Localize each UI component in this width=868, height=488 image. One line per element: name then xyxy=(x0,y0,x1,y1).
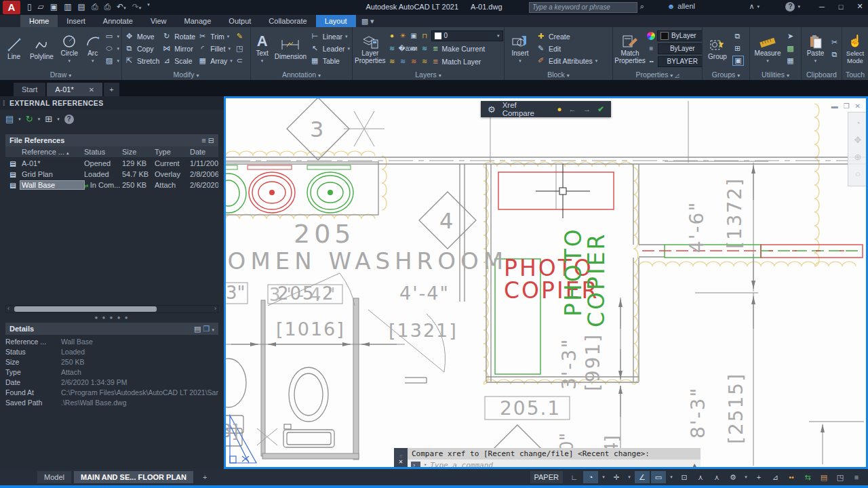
navigation-bar[interactable]: ◔ ✥ ⊕ ○ xyxy=(848,112,866,186)
copy-button[interactable]: ⧉Copy xyxy=(124,43,159,54)
mirror-button[interactable]: ⋈Mirror xyxy=(161,43,195,54)
xref-compare-next-icon[interactable]: → xyxy=(583,105,591,113)
layer-properties-button[interactable]: Layer Properties xyxy=(355,33,386,64)
layer-iso-icon[interactable]: ≋ xyxy=(410,45,418,53)
horizontal-scrollbar[interactable]: ‹ › xyxy=(5,305,218,313)
palette-grip-icon[interactable]: ⁞ xyxy=(3,96,5,110)
panel-label-modify[interactable]: Modify ▾ xyxy=(122,70,250,80)
trim-button[interactable]: ✂Trim▾ xyxy=(197,31,233,42)
path-dropdown-icon[interactable]: ▾ xyxy=(57,117,60,122)
layer-lock2-icon[interactable]: ≋ xyxy=(420,45,429,53)
panel-label-properties[interactable]: Properties ▾ ◿ xyxy=(613,70,702,80)
panel-label-block[interactable]: Block ▾ xyxy=(505,70,612,80)
group-button[interactable]: Group xyxy=(705,37,730,60)
command-customize-icon[interactable]: ›_ xyxy=(411,462,420,468)
pan-icon[interactable]: ✥ xyxy=(854,135,862,145)
layer-off-icon[interactable]: ≋ xyxy=(388,45,397,53)
layer-lock-icon[interactable]: ⊓ xyxy=(420,32,429,40)
table-header-row[interactable]: Reference ... ▴ Status Size Type Date xyxy=(5,146,218,158)
move-button[interactable]: ✥Move xyxy=(124,31,159,42)
steering-wheel-icon[interactable]: ◔ xyxy=(855,118,861,128)
rectangle-icon[interactable]: ▭ xyxy=(104,32,114,41)
palette-splitter[interactable]: ● ● ● ● ● xyxy=(0,314,224,321)
minimize-button[interactable]: ─ xyxy=(814,3,830,11)
linear-button[interactable]: ⊢Linear▾ xyxy=(310,31,350,42)
attach-dropdown-icon[interactable]: ▾ xyxy=(18,117,21,122)
circle-button[interactable]: Circle▾ xyxy=(58,33,81,64)
tab-home[interactable]: Home xyxy=(20,15,58,27)
attach-dwg-icon[interactable]: ▤ xyxy=(5,114,14,124)
edit-attributes-button[interactable]: ✐Edit Attributes▾ xyxy=(536,56,597,66)
array-button[interactable]: ▦Array▾ xyxy=(197,56,233,66)
make-current-button[interactable]: Make Current xyxy=(442,45,486,53)
table-row[interactable]: ▤ Grid Plan Loaded 54.7 KB Overlay 2/8/2… xyxy=(5,169,218,180)
ungroup-icon[interactable]: ⧉ xyxy=(732,32,743,41)
file-tab-a01[interactable]: A-01*✕ xyxy=(47,83,102,96)
table-button[interactable]: ▦Table xyxy=(310,56,350,66)
paper-space-toggle[interactable]: PAPER xyxy=(530,471,563,483)
grid-display-icon[interactable]: ∟ xyxy=(567,471,582,483)
layer-unlock-icon[interactable]: ≋ xyxy=(420,58,429,66)
customization-menu-icon[interactable]: ≡ xyxy=(849,471,864,483)
layer-walk-icon[interactable]: ≋ xyxy=(388,58,397,66)
command-expand-icon[interactable]: ▲ xyxy=(693,460,696,467)
autodesk-app-store-icon[interactable]: ∧ ▾ xyxy=(749,2,760,11)
layer-thaw-icon[interactable]: ☀ xyxy=(399,32,408,40)
tab-collaborate[interactable]: Collaborate xyxy=(260,15,315,27)
polar-tracking-icon[interactable]: ✛ xyxy=(609,471,624,483)
tab-view[interactable]: View xyxy=(142,15,176,27)
linetype-select[interactable]: BYLAYER▾ xyxy=(658,56,702,67)
panel-label-groups[interactable]: Groups ▾ xyxy=(703,70,749,80)
palette-header[interactable]: ⁞ EXTERNAL REFERENCES xyxy=(0,96,224,110)
xref-compare-highlight-icon[interactable]: ● xyxy=(557,105,561,113)
scroll-right-icon[interactable]: › xyxy=(214,305,216,312)
insert-button[interactable]: Insert▾ xyxy=(507,33,534,64)
annotation-visibility-icon[interactable]: ⋏ xyxy=(693,471,708,483)
refresh-icon[interactable]: ↻ xyxy=(26,114,33,124)
layer-isolate-icon[interactable]: ▣ xyxy=(410,32,418,40)
scroll-left-icon[interactable]: ‹ xyxy=(7,305,9,312)
tab-annotate[interactable]: Annotate xyxy=(94,15,142,27)
scale-button[interactable]: ⊿Scale xyxy=(161,56,195,66)
search-icon[interactable]: ⌕ xyxy=(640,2,644,11)
text-button[interactable]: A Text▾ xyxy=(253,33,271,64)
panel-label-touch[interactable]: Touch xyxy=(842,70,868,80)
preview-view-icon[interactable]: ❒ xyxy=(203,325,210,333)
layer-match-icon[interactable]: ≋ xyxy=(399,58,408,66)
xref-compare-settings-icon[interactable]: ⚙ xyxy=(488,104,496,115)
match-layer-button[interactable]: Match Layer xyxy=(442,58,481,66)
drawing-minimize-icon[interactable]: ▬ xyxy=(831,102,838,110)
command-close-tab[interactable]: ∷✕ xyxy=(394,448,408,467)
help-icon[interactable]: ?▾ xyxy=(785,2,800,12)
match-properties-button[interactable]: Match Properties xyxy=(615,33,645,64)
file-tab-start[interactable]: Start xyxy=(14,83,45,96)
command-input[interactable]: ›_ ▾ Type a command ▲ xyxy=(408,460,701,467)
explode-icon[interactable]: ◳ xyxy=(235,44,245,53)
command-window[interactable]: ∷✕ Compare xref to [Recent change/file] … xyxy=(394,448,701,467)
table-row-selected[interactable]: ▤ Wall Base ⇄In Com... 250 KB Attach 2/6… xyxy=(5,180,218,190)
xref-compare-accept-icon[interactable]: ✔ xyxy=(597,104,604,114)
signin-user[interactable]: ☻ allenl xyxy=(667,2,695,10)
select-window-icon[interactable]: ▩ xyxy=(785,44,795,53)
tree-view-icon[interactable]: ⊟ xyxy=(208,136,214,144)
floor-plan-drawing[interactable]: 3 4 205 WOMEN WASHROOM xyxy=(226,98,866,467)
polyline-button[interactable]: Polyline xyxy=(28,37,56,60)
featured-apps-icon[interactable]: ▩ ▾ xyxy=(356,15,380,27)
create-block-button[interactable]: ✚Create xyxy=(536,31,597,42)
panel-label-clipboard[interactable]: Clipboard xyxy=(802,70,842,80)
workspace-switching-icon[interactable]: + xyxy=(751,471,766,483)
panel-label-draw[interactable]: Draw ▾ xyxy=(0,70,121,80)
group-edit-icon[interactable]: ⊞ xyxy=(732,44,743,53)
xref-compare-toolbar[interactable]: ⚙ Xref Compare ● ← → ✔ xyxy=(481,101,611,117)
layer-select[interactable]: 0▾ xyxy=(431,30,503,41)
maximize-button[interactable]: □ xyxy=(833,3,849,11)
snap-dropdown-icon[interactable]: ▾ xyxy=(599,471,608,483)
color-select[interactable]: ByLayer▾ xyxy=(657,30,702,41)
new-drawing-tab[interactable]: + xyxy=(104,83,119,96)
scale-dropdown-icon[interactable]: ▾ xyxy=(742,471,750,483)
snap-mode-icon[interactable]: ◔ xyxy=(583,471,598,483)
quick-select-icon[interactable]: ➤ xyxy=(785,32,795,41)
table-row[interactable]: ▤ A-01* Opened 129 KB Current 1/11/2007 … xyxy=(5,158,218,169)
cut-icon[interactable]: ✂ xyxy=(829,38,840,47)
line-button[interactable]: Line xyxy=(2,37,26,60)
